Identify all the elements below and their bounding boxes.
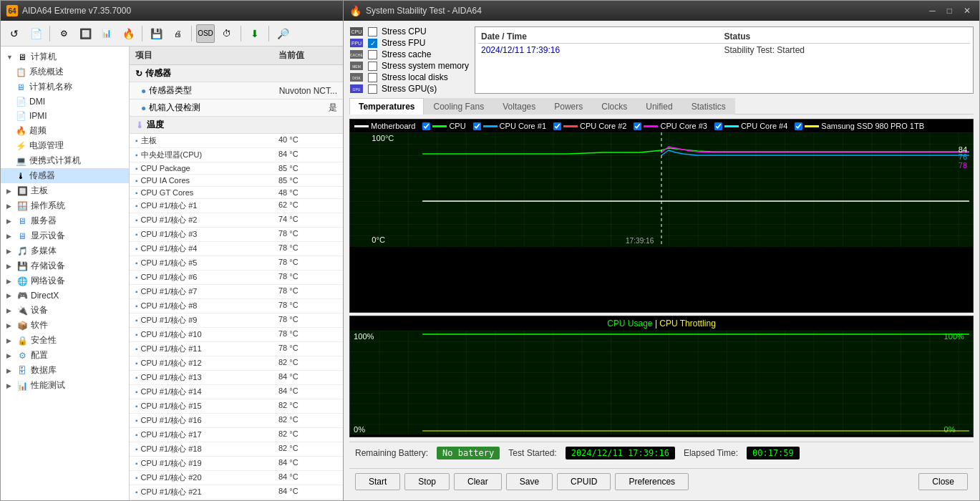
tab-cooling-fans[interactable]: Cooling Fans (424, 98, 493, 115)
svg-text:100°C: 100°C (372, 134, 394, 142)
row-value: 78 °C (273, 328, 343, 341)
row-name: ▪ CPU #1/核心 #19 (130, 457, 273, 470)
save-btn[interactable]: 💾 (147, 24, 165, 43)
aida64-icon: 64 (6, 5, 18, 16)
table-row: ▪ CPU #1/核心 #8 78 °C (130, 299, 343, 313)
row-value: 78 °C (273, 285, 343, 298)
status-col-status: Status (724, 31, 968, 42)
table-row: ▪ CPU #1/核心 #13 84 °C (130, 371, 343, 385)
row-value: 78 °C (273, 228, 343, 241)
tree-item-sysoverview[interactable]: 📋 系统概述 (1, 64, 129, 79)
tree-item-powermgmt[interactable]: ⚡ 电源管理 (1, 138, 129, 153)
main-toolbar: ↺ 📄 ⚙ 🔲 📊 🔥 💾 🖨 OSD ⏱ ⬇ 🔎 (1, 21, 343, 47)
report-btn[interactable]: 📄 (26, 24, 45, 43)
tab-temperatures[interactable]: Temperatures (349, 98, 424, 115)
tab-statistics[interactable]: Statistics (682, 98, 735, 115)
cpu-chart-title: CPU Usage | CPU Throttling (350, 316, 973, 331)
cpuid-button[interactable]: CPUID (557, 473, 611, 490)
tree-item-sensors[interactable]: 🌡 传感器 (1, 168, 129, 183)
data-panel: 项目 当前值 ↻ 传感器 ● 传感器类型 Nuvoton NCT... ● 机箱… (130, 47, 343, 500)
tree-item-config[interactable]: ▶ ⚙ 配置 (1, 348, 129, 363)
tree-item-storage[interactable]: ▶ 💾 存储设备 (1, 258, 129, 273)
refresh-btn[interactable]: ↺ (5, 24, 24, 43)
stability-title-bar: 🔥 System Stability Test - AIDA64 ─ □ ✕ (344, 1, 979, 21)
stress-mem-checkbox[interactable] (368, 62, 377, 71)
tree-item-directx[interactable]: ▶ 🎮 DirectX (1, 288, 129, 303)
save-button[interactable]: Save (506, 473, 553, 490)
tree-item-database[interactable]: ▶ 🗄 数据库 (1, 363, 129, 378)
stress-cache-checkbox[interactable] (368, 50, 377, 59)
tab-clocks[interactable]: Clocks (592, 98, 636, 115)
row-value: 78 °C (273, 342, 343, 356)
tree-item-compname[interactable]: 🖥 计算机名称 (1, 79, 129, 94)
subsection-sensor-type: ● 传感器类型 Nuvoton NCT... (130, 82, 343, 99)
flame-btn[interactable]: 🔥 (119, 24, 137, 43)
tree-item-portable[interactable]: 💻 便携式计算机 (1, 153, 129, 168)
svg-text:DISK: DISK (352, 76, 361, 80)
stress-gpu-icon: GPU (349, 84, 364, 94)
search-btn[interactable]: 🔎 (273, 24, 292, 43)
clear-button[interactable]: Clear (454, 473, 502, 490)
row-value: 85 °C (273, 162, 343, 174)
tab-unified[interactable]: Unified (636, 98, 681, 115)
tree-item-server[interactable]: ▶ 🖥 服务器 (1, 213, 129, 228)
table-row: ▪ CPU #1/核心 #20 84 °C (130, 471, 343, 485)
tree-item-display[interactable]: ▶ 🖥 显示设备 (1, 228, 129, 243)
row-name: ▪ CPU #1/核心 #3 (130, 228, 273, 241)
stress-cpu-checkbox[interactable] (368, 27, 377, 37)
tree-item-dmi[interactable]: 📄 DMI (1, 94, 129, 109)
osd-btn[interactable]: OSD (196, 24, 215, 43)
maximize-btn[interactable]: □ (944, 6, 955, 16)
status-col-datetime: Date / Time (481, 31, 724, 42)
legend-ssd: Samsung SSD 980 PRO 1TB (795, 122, 924, 130)
table-row: ▪ CPU #1/核心 #4 78 °C (130, 242, 343, 256)
stress-fpu-item: FPU Stress FPU (349, 38, 469, 48)
svg-text:0°C: 0°C (372, 235, 385, 244)
row-value: 84 °C (273, 457, 343, 470)
row-name: ▪ CPU #1/核心 #4 (130, 242, 273, 256)
stress-cpu-label: Stress CPU (382, 26, 427, 37)
title-controls: ─ □ ✕ (926, 6, 974, 16)
header-item: 项目 (130, 47, 273, 64)
chart-legend: Motherboard CPU CPU Core #1 (350, 120, 973, 132)
tree-item-software[interactable]: ▶ 📦 软件 (1, 318, 129, 333)
row-name: ▪ CPU #1/核心 #21 (130, 485, 273, 499)
row-name: ▪ CPU #1/核心 #7 (130, 285, 273, 298)
row-value: 84 °C (273, 485, 343, 499)
tree-item-network[interactable]: ▶ 🌐 网络设备 (1, 273, 129, 288)
download-btn[interactable]: ⬇ (246, 24, 264, 43)
stress-disk-checkbox[interactable] (368, 73, 377, 82)
tree-item-ipmi[interactable]: 📄 IPMI (1, 109, 129, 123)
preferences-button[interactable]: Preferences (615, 473, 689, 490)
clock-btn[interactable]: ⏱ (218, 24, 236, 43)
tab-voltages[interactable]: Voltages (493, 98, 545, 115)
mem-btn[interactable]: 🔲 (76, 24, 94, 43)
disk-btn[interactable]: 📊 (97, 24, 116, 43)
battery-label: Remaining Battery: (355, 448, 428, 458)
tree-item-motherboard[interactable]: ▶ 🔲 主板 (1, 183, 129, 198)
action-buttons: Start Stop Clear Save CPUID Preferences … (349, 468, 974, 495)
tree-item-benchmark[interactable]: ▶ 📊 性能测试 (1, 378, 129, 393)
row-name: ▪ CPU #1/核心 #16 (130, 414, 273, 427)
print-btn[interactable]: 🖨 (168, 24, 187, 43)
tree-item-multimedia[interactable]: ▶ 🎵 多媒体 (1, 243, 129, 258)
tree-item-computer[interactable]: ▼ 🖥 计算机 (1, 49, 129, 64)
cpu-btn[interactable]: ⚙ (54, 24, 73, 43)
tab-powers[interactable]: Powers (545, 98, 592, 115)
svg-rect-14 (483, 125, 498, 127)
start-button[interactable]: Start (355, 473, 400, 490)
tree-item-overclock[interactable]: 🔥 超频 (1, 123, 129, 138)
main-window-title: AIDA64 Extreme v7.35.7000 (22, 6, 337, 16)
tree-item-security[interactable]: ▶ 🔒 安全性 (1, 333, 129, 348)
tree-item-devices[interactable]: ▶ 🔌 设备 (1, 303, 129, 318)
stop-button[interactable]: Stop (404, 473, 450, 490)
svg-rect-12 (354, 125, 369, 127)
minimize-btn[interactable]: ─ (926, 6, 938, 16)
stress-cpu-item: CPU Stress CPU (349, 26, 469, 37)
close-button[interactable]: Close (918, 473, 968, 490)
stress-gpu-checkbox[interactable] (368, 84, 377, 94)
status-table: Date / Time Status 2024/12/11 17:39:16 S… (475, 26, 974, 94)
close-window-btn[interactable]: ✕ (961, 6, 974, 16)
stress-fpu-checkbox[interactable] (368, 39, 377, 48)
tree-item-os[interactable]: ▶ 🪟 操作系统 (1, 198, 129, 213)
